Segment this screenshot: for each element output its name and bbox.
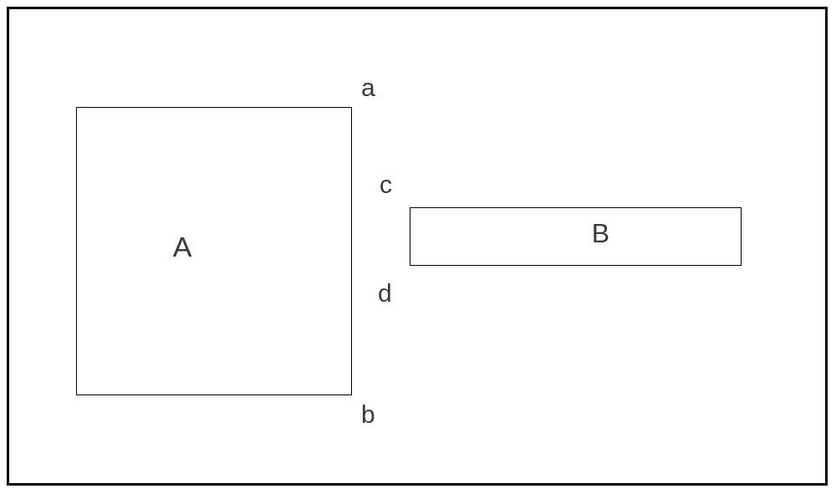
shape-b-label: B bbox=[592, 218, 609, 249]
corner-label-a: a bbox=[361, 75, 375, 100]
diagram-canvas: A B a b c d bbox=[0, 0, 836, 504]
corner-label-d: d bbox=[378, 281, 392, 306]
shape-b: B bbox=[410, 207, 742, 266]
shape-a: A bbox=[76, 107, 352, 395]
corner-label-b: b bbox=[361, 402, 375, 427]
shape-a-label: A bbox=[173, 231, 192, 263]
corner-label-c: c bbox=[380, 172, 392, 197]
